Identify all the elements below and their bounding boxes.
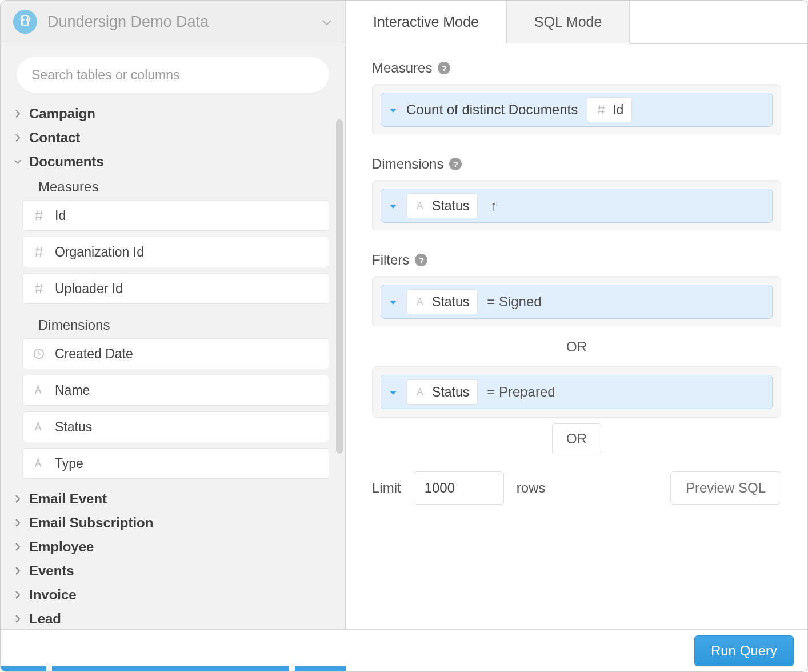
- preview-sql-button[interactable]: Preview SQL: [670, 471, 781, 505]
- field-label: Organization Id: [55, 245, 144, 260]
- chevron-down-icon: [13, 158, 22, 166]
- datasource-name: Dundersign Demo Data: [47, 13, 312, 31]
- tabs-spacer: [630, 1, 807, 44]
- datasource-selector[interactable]: Dundersign Demo Data: [1, 1, 345, 43]
- add-or-group-button[interactable]: OR: [552, 423, 601, 454]
- progress-seg: [1, 666, 46, 671]
- filter-pill[interactable]: Status = Signed: [381, 285, 773, 319]
- chevron-down-icon: [322, 14, 331, 29]
- limit-row: Limit rows Preview SQL: [372, 471, 781, 505]
- add-or-wrap: OR: [372, 423, 781, 454]
- query-builder: Measures ? Count of distinct Documents: [346, 44, 807, 629]
- table-tree: Campaign Contact Documents Measures: [1, 102, 345, 629]
- text-icon: [32, 421, 46, 433]
- filter-operator-value[interactable]: = Signed: [487, 294, 541, 310]
- field-uploader-id[interactable]: Uploader Id: [22, 273, 329, 304]
- tree-item-events[interactable]: Events: [13, 559, 329, 583]
- field-label: Id: [55, 208, 66, 223]
- tree-item-contact[interactable]: Contact: [13, 126, 329, 150]
- text-icon: [415, 386, 426, 398]
- chevron-right-icon: [13, 615, 22, 623]
- progress-seg: [52, 666, 289, 671]
- measure-pill[interactable]: Count of distinct Documents Id: [381, 93, 773, 127]
- field-name[interactable]: Name: [22, 375, 329, 406]
- limit-label: Limit: [372, 480, 401, 496]
- text-icon: [415, 296, 426, 307]
- caret-down-icon[interactable]: [389, 102, 397, 117]
- filter-field-chip[interactable]: Status: [406, 379, 478, 405]
- chip-label: Status: [432, 198, 469, 214]
- filter-dropzone-2[interactable]: Status = Prepared: [372, 366, 781, 418]
- help-icon[interactable]: ?: [415, 254, 427, 266]
- tab-sql-mode[interactable]: SQL Mode: [506, 1, 630, 43]
- section-label: Filters: [372, 252, 409, 268]
- field-label: Uploader Id: [55, 281, 123, 297]
- chevron-right-icon: [13, 495, 22, 503]
- hash-icon: [32, 246, 46, 258]
- measures-dropzone[interactable]: Count of distinct Documents Id: [372, 84, 781, 135]
- tree-item-documents[interactable]: Documents: [13, 150, 329, 174]
- postgres-icon: [13, 10, 37, 34]
- chip-label: Id: [613, 102, 623, 118]
- field-status[interactable]: Status: [22, 411, 329, 442]
- dimension-pill[interactable]: Status ↑: [381, 189, 773, 223]
- field-id[interactable]: Id: [22, 200, 329, 231]
- tree-item-employee[interactable]: Employee: [13, 535, 329, 559]
- subhead-measures: Measures: [13, 174, 329, 200]
- chip-label: Status: [432, 294, 469, 310]
- subhead-dimensions: Dimensions: [13, 312, 329, 338]
- hash-icon: [595, 104, 607, 115]
- section-label: Measures: [372, 60, 432, 76]
- run-query-button[interactable]: Run Query: [694, 635, 794, 666]
- footer: Run Query: [1, 629, 807, 671]
- field-organization-id[interactable]: Organization Id: [22, 237, 329, 267]
- filter-field-chip[interactable]: Status: [406, 289, 478, 314]
- field-label: Type: [55, 456, 83, 471]
- field-created-date[interactable]: Created Date: [22, 338, 329, 369]
- main-row: Dundersign Demo Data Campaign: [1, 1, 807, 629]
- field-type[interactable]: Type: [22, 448, 329, 479]
- button-label: Run Query: [711, 643, 777, 658]
- section-label: Dimensions: [372, 156, 443, 172]
- search-input[interactable]: [17, 57, 329, 93]
- scrollbar-thumb[interactable]: [336, 119, 343, 454]
- dimensions-dropzone[interactable]: Status ↑: [372, 180, 781, 231]
- help-icon[interactable]: ?: [449, 158, 462, 170]
- chevron-right-icon: [13, 567, 22, 575]
- text-icon: [32, 457, 46, 470]
- filter-operator-value[interactable]: = Prepared: [487, 384, 555, 400]
- tree-item-email-event[interactable]: Email Event: [13, 487, 329, 511]
- sort-asc-icon[interactable]: ↑: [487, 198, 497, 214]
- hash-icon: [32, 282, 46, 295]
- field-label: Name: [55, 383, 90, 398]
- tree-item-lead[interactable]: Lead: [13, 607, 329, 629]
- filter-dropzone-1[interactable]: Status = Signed: [372, 276, 781, 327]
- tree-label: Invoice: [29, 587, 77, 603]
- tree-item-email-subscription[interactable]: Email Subscription: [13, 511, 329, 535]
- field-label: Status: [55, 419, 92, 435]
- dimension-field-chip[interactable]: Status: [406, 193, 478, 218]
- button-label: OR: [566, 431, 587, 447]
- tree-label: Campaign: [29, 106, 95, 122]
- help-icon[interactable]: ?: [438, 62, 450, 74]
- tree-label: Contact: [29, 130, 80, 146]
- section-title-measures: Measures ?: [372, 60, 781, 76]
- tree-label: Lead: [29, 611, 61, 627]
- caret-down-icon[interactable]: [389, 385, 397, 399]
- text-icon: [415, 200, 426, 211]
- tab-label: SQL Mode: [534, 14, 602, 30]
- svg-point-0: [23, 19, 24, 20]
- main-panel: Interactive Mode SQL Mode Measures ?: [346, 1, 807, 629]
- hash-icon: [32, 209, 46, 222]
- chevron-right-icon: [13, 519, 22, 527]
- limit-input[interactable]: [414, 471, 504, 505]
- tree-label: Email Event: [29, 491, 107, 507]
- measure-field-chip[interactable]: Id: [587, 97, 632, 122]
- tree-item-campaign[interactable]: Campaign: [13, 102, 329, 126]
- tab-interactive-mode[interactable]: Interactive Mode: [346, 1, 506, 43]
- caret-down-icon[interactable]: [389, 198, 397, 213]
- progress-seg: [295, 666, 346, 671]
- caret-down-icon[interactable]: [389, 294, 397, 309]
- filter-pill[interactable]: Status = Prepared: [381, 375, 773, 409]
- tree-item-invoice[interactable]: Invoice: [13, 583, 329, 607]
